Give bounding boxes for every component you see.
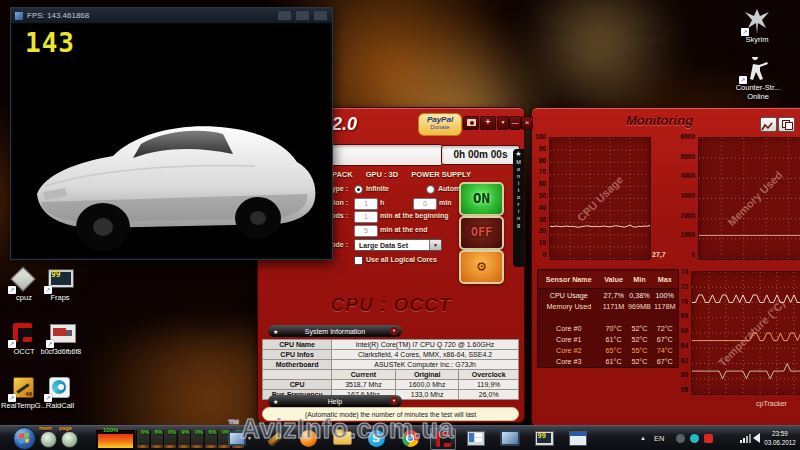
meter-ember: [164, 445, 176, 448]
core-meter[interactable]: 6%: [204, 430, 217, 448]
core-meter[interactable]: 6%: [150, 430, 163, 448]
tab-power-supply[interactable]: POWER SUPPLY: [411, 170, 471, 179]
core-percent: 0%: [141, 429, 149, 435]
desktop-icon-fraps[interactable]: 99 ↗ Fraps: [36, 266, 84, 303]
duration-hours-input[interactable]: 1: [354, 198, 378, 210]
start-button[interactable]: [13, 427, 36, 450]
monitoring-side-tab[interactable]: ★ Monitoring: [513, 149, 524, 267]
volume-control[interactable]: [753, 426, 760, 450]
timer-field: 0h 00m 00s: [441, 145, 520, 165]
radio-infinite[interactable]: [354, 185, 363, 194]
copy-icon-back: [785, 122, 793, 130]
tray-icon-alert[interactable]: [704, 426, 713, 450]
minimize-button[interactable]: [277, 10, 292, 21]
axis-tick-label: 90: [532, 146, 546, 152]
occt-icon: [13, 323, 32, 342]
help-header[interactable]: ★ Help ▼: [268, 395, 402, 407]
date: 03.06.2012: [762, 438, 798, 447]
core-percent: 9%: [182, 429, 190, 435]
desktop-icon-file[interactable]: ↗ b0cf3d6fb6f8: [34, 320, 88, 356]
clock[interactable]: 23:59 03.06.2012: [762, 429, 798, 447]
tray-icon-raidcall[interactable]: [690, 426, 699, 450]
close-button[interactable]: ×: [521, 116, 533, 130]
sensor-cell: 55°C: [628, 346, 652, 355]
shortcut-arrow-icon: ↗: [46, 340, 54, 348]
core-meter[interactable]: 0%: [190, 430, 203, 448]
desktop-icon-skyrim[interactable]: ↗ Skyrim: [733, 8, 781, 45]
window-app-icon: [467, 431, 485, 446]
sysinfo-cell: Overclock: [459, 370, 519, 380]
sensor-cell: Memory Used: [538, 302, 600, 311]
axis-tick-label: 6000: [672, 134, 695, 140]
network-status[interactable]: [740, 426, 751, 450]
sysinfo-cell: 1600,0 Mhz: [395, 380, 459, 390]
copy-graphs-button[interactable]: [778, 117, 795, 132]
begin-period-input[interactable]: 1: [354, 211, 378, 223]
language-indicator[interactable]: EN: [654, 426, 664, 450]
sensor-cell: 74°C: [651, 346, 678, 355]
close-button[interactable]: [313, 10, 328, 21]
axis-tick-label: 58: [676, 387, 688, 393]
monitoring-window: Monitoring 1009080706050403020100 CPU Us…: [531, 107, 800, 427]
tab-gpu-3d[interactable]: GPU : 3D: [366, 170, 399, 179]
memory-chart-yaxis: 6000500040003000200010000: [672, 134, 695, 258]
window-title: FPS: 143.461868: [27, 11, 274, 20]
sensor-header: Sensor Name: [538, 271, 600, 289]
menu-dropdown-button[interactable]: ▼: [497, 116, 509, 130]
sensor-cell: 969MB: [628, 302, 652, 311]
mem-gauge[interactable]: [40, 431, 57, 448]
axis-tick-label: 5000: [672, 154, 695, 160]
monitoring-title: Monitoring: [532, 113, 787, 128]
maximize-button[interactable]: [295, 10, 310, 21]
shortcut-arrow-icon: ↗: [44, 394, 52, 402]
paypal-donate-button[interactable]: PayPal Donate: [418, 113, 462, 136]
stop-test-button[interactable]: OFF: [459, 216, 504, 250]
minimize-button[interactable]: —: [509, 116, 521, 130]
shortcut-arrow-icon: ↗: [741, 28, 749, 36]
axis-tick-label: 2000: [672, 213, 695, 219]
sensor-cell: 1178M: [651, 302, 678, 311]
temperature-chart-yaxis: 747270686664626058: [676, 269, 688, 393]
taskbar-fraps-button[interactable]: 99: [532, 428, 556, 448]
taskbar-monitor-app-button[interactable]: [498, 428, 522, 448]
end-period-input[interactable]: 5: [354, 225, 378, 237]
render-window-titlebar[interactable]: FPS: 143.461868: [11, 8, 332, 23]
taskbar-window-app-button[interactable]: [464, 428, 488, 448]
show-hidden-icons[interactable]: ▲: [640, 426, 646, 450]
sensor-cell: 67°C: [651, 335, 678, 344]
chart-options-button[interactable]: [760, 117, 777, 132]
screenshot-button[interactable]: [463, 116, 479, 130]
core-meter[interactable]: 0%: [163, 430, 176, 448]
star-icon: ★: [273, 398, 278, 405]
move-button[interactable]: +: [480, 116, 496, 130]
speaker-icon: [753, 433, 760, 443]
system-information-header[interactable]: ★ System Information ▼: [268, 325, 402, 337]
test-mode-select[interactable]: Large Data Set ▼: [354, 239, 442, 251]
help-label: Help: [328, 398, 342, 405]
memory-used-chart: Memory Used: [698, 137, 800, 260]
car-3d-model: [25, 66, 325, 256]
desktop-icon-raidcall[interactable]: ↗ RaidCall: [36, 374, 84, 411]
start-test-button[interactable]: ON: [459, 182, 504, 216]
tray-icon-1[interactable]: [676, 426, 685, 450]
logical-cores-checkbox[interactable]: [354, 256, 363, 265]
page-gauge[interactable]: [61, 431, 78, 448]
sensor-cell: 70°C: [600, 324, 628, 333]
watermark-text: AvizInfo.com.ua: [241, 414, 455, 444]
mins-unit: min: [439, 199, 451, 206]
duration-mins-input[interactable]: 0: [413, 198, 437, 210]
settings-button[interactable]: ⚙: [459, 250, 504, 284]
core-meter[interactable]: 0%: [136, 430, 149, 448]
core-meter[interactable]: 9%: [177, 430, 190, 448]
tab-cpu-linpack[interactable]: PACK: [332, 170, 353, 179]
axis-tick-label: 40: [532, 205, 546, 211]
shortcut-arrow-icon: ↗: [739, 76, 747, 84]
sensor-cell: 1171M: [600, 302, 628, 311]
radio-automatic[interactable]: [426, 185, 435, 194]
taskbar-fps-app-button[interactable]: [566, 428, 590, 448]
camera-icon: [467, 119, 476, 126]
test-title: CPU : OCCT: [258, 294, 524, 316]
desktop-icon-counterstrike[interactable]: ↗ Counter-Str... Online: [729, 56, 787, 101]
cpu-total-meter[interactable]: 100%: [96, 430, 135, 450]
star-icon: ★: [513, 149, 524, 159]
